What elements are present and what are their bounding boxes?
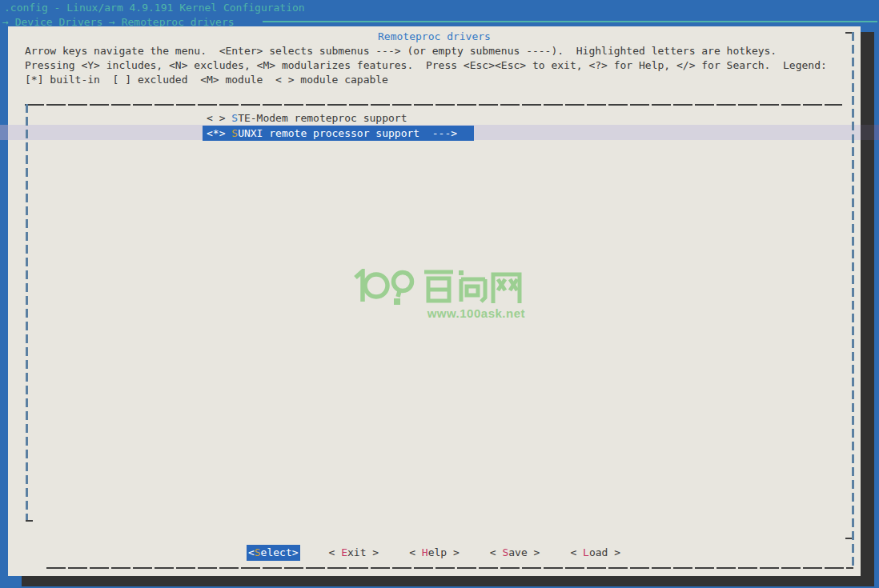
breadcrumb-rule [263,21,877,22]
save-button[interactable]: < Save > [488,545,542,561]
logo-digit-1 [355,271,363,302]
watermark: www.100ask.net [352,269,527,320]
menu-item[interactable]: < > STE-Modem remoteproc support [207,110,407,126]
config-dialog: Remoteproc drivers Arrow keys navigate t… [8,26,861,576]
button-hotkey: L [583,546,589,558]
listbox-corner-bottom-right [845,538,852,539]
menu-item-hotkey: S [231,112,238,124]
menu-item-hotkey: S [231,127,238,139]
dialog-border-bottom [46,567,853,569]
cjk-wang [493,274,520,303]
logo-question-loop [394,273,412,291]
watermark-url: www.100ask.net [352,306,527,320]
terminal-screen: .config - Linux/arm 4.9.191 Kernel Confi… [0,0,879,588]
menu-item-selected[interactable]: <*> SUNXI remote processor support ---> [203,126,474,141]
load-button[interactable]: < Load > [568,545,622,561]
cjk-bai [424,272,453,301]
watermark-logo-graphic [352,269,527,306]
logo-digit-0 [365,274,387,297]
logo-question-tail [398,291,399,297]
logo-question-dot [394,298,400,305]
dialog-title: Remoteproc drivers [8,30,861,44]
exit-button[interactable]: < Exit > [327,545,381,561]
instructions-line-2: Pressing <Y> includes, <N> excludes, <M>… [25,58,827,73]
listbox-border-top [25,104,842,106]
button-hotkey: H [422,546,428,558]
listbox-border-left [26,104,28,522]
cjk-wen [461,279,485,302]
button-row: <Select>< Exit >< Help >< Save >< Load > [8,545,861,561]
help-button[interactable]: < Help > [407,545,461,561]
listbox-border-right [852,32,854,568]
button-hotkey: E [341,546,347,558]
select-button[interactable]: <Select> [247,545,300,561]
window-title: .config - Linux/arm 4.9.191 Kernel Confi… [4,1,305,15]
legend-line: [*] built-in [ ] excluded <M> module < >… [25,73,388,87]
listbox-corner-bottom-left [26,520,33,522]
button-hotkey: S [255,546,261,558]
instructions-line-1: Arrow keys navigate the menu. <Enter> se… [25,44,777,58]
